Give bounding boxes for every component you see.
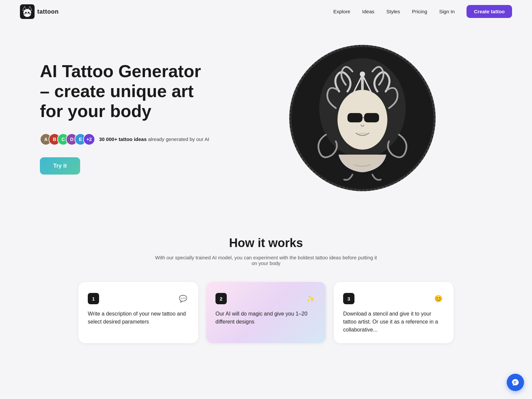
- stats-suffix: already generated by our AI: [148, 136, 209, 142]
- svg-rect-14: [347, 113, 362, 122]
- svg-line-9: [29, 14, 31, 14]
- hero-section: AI Tattoo Generator – create unique art …: [0, 0, 532, 216]
- stats-count: 30 000+ tattoo ideas: [99, 136, 147, 142]
- brand-name: tattoon: [37, 8, 59, 15]
- magic-icon: ✨: [305, 293, 317, 305]
- logo-icon: [20, 4, 35, 19]
- svg-point-13: [337, 90, 387, 150]
- hero-social-proof: A B C D E +2 30 000+ tattoo ideas alread…: [40, 133, 213, 145]
- step-3-number: 3: [343, 293, 354, 304]
- step-card-1: 1 💬 Write a description of your new tatt…: [78, 282, 198, 343]
- svg-rect-18: [361, 77, 364, 90]
- hero-stats: 30 000+ tattoo ideas already generated b…: [99, 136, 209, 142]
- try-it-button[interactable]: Try it: [40, 157, 80, 175]
- how-subtitle: With our specially trained AI model, you…: [153, 255, 379, 266]
- hero-image: [213, 42, 512, 195]
- svg-point-4: [25, 12, 27, 14]
- hero-content: AI Tattoo Generator – create unique art …: [40, 62, 213, 174]
- step-3-header: 3 😊: [343, 293, 444, 305]
- hero-title: AI Tattoo Generator – create unique art …: [40, 62, 213, 121]
- nav-styles[interactable]: Styles: [386, 9, 400, 14]
- step-2-text: Our AI will do magic and give you 1–20 d…: [215, 310, 317, 326]
- chat-support-button[interactable]: [507, 374, 524, 391]
- svg-point-5: [28, 12, 30, 14]
- svg-point-17: [360, 71, 365, 77]
- avatar-stack: A B C D E +2: [40, 133, 95, 145]
- chat-icon: [511, 378, 519, 386]
- step-2-number: 2: [215, 293, 227, 304]
- nav-pricing[interactable]: Pricing: [412, 9, 427, 14]
- nav-explore[interactable]: Explore: [333, 9, 350, 14]
- step-1-header: 1 💬: [88, 293, 189, 305]
- svg-point-3: [23, 9, 31, 17]
- step-3-text: Download a stencil and give it to your t…: [343, 310, 444, 334]
- steps-grid: 1 💬 Write a description of your new tatt…: [20, 282, 512, 343]
- avatar-plus: +2: [83, 133, 95, 145]
- step-1-text: Write a description of your new tattoo a…: [88, 310, 189, 326]
- nav-signin[interactable]: Sign In: [439, 9, 455, 14]
- navbar: tattoon Explore Ideas Styles Pricing Sig…: [0, 0, 532, 23]
- svg-line-7: [23, 14, 26, 14]
- step-2-header: 2 ✨: [215, 293, 317, 305]
- create-tattoo-button[interactable]: Create tattoo: [466, 5, 512, 18]
- svg-rect-15: [364, 113, 379, 122]
- tattoo-illustration: [286, 42, 439, 195]
- logo-link[interactable]: tattoon: [20, 4, 59, 19]
- step-card-2: 2 ✨ Our AI will do magic and give you 1–…: [206, 282, 326, 343]
- nav-ideas[interactable]: Ideas: [362, 9, 374, 14]
- smile-icon: 😊: [432, 293, 444, 305]
- nav-links: Explore Ideas Styles Pricing Sign In Cre…: [333, 9, 512, 15]
- chat-icon: 💬: [177, 293, 189, 305]
- how-title: How it works: [20, 236, 512, 250]
- how-it-works-section: How it works With our specially trained …: [0, 216, 532, 356]
- step-1-number: 1: [88, 293, 99, 304]
- step-card-3: 3 😊 Download a stencil and give it to yo…: [334, 282, 454, 343]
